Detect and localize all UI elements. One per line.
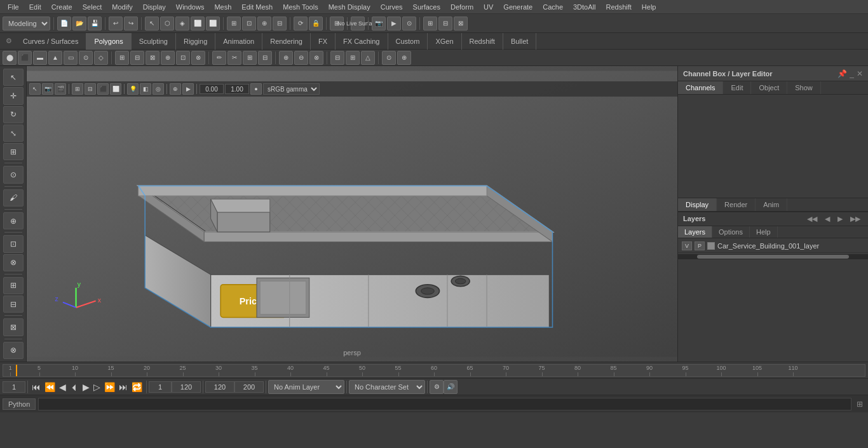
tab-bullet[interactable]: Bullet xyxy=(503,33,537,50)
step-fwd-btn[interactable]: ▷ xyxy=(92,382,102,392)
cone-btn[interactable]: ▲ xyxy=(48,51,62,65)
vp-playblast-btn[interactable]: ▶ xyxy=(182,83,194,95)
timeline-ruler[interactable]: 1510152025303540455055606570758085909510… xyxy=(3,364,865,377)
triangulate-btn[interactable]: △ xyxy=(361,51,375,65)
menu-edit-mesh[interactable]: Edit Mesh xyxy=(236,2,278,12)
rp-tab-edit[interactable]: Edit xyxy=(723,81,751,94)
boolean-btn[interactable]: ⊗ xyxy=(309,51,323,65)
layout2-button[interactable]: ⊟ xyxy=(438,17,452,31)
scale-tool[interactable]: ⤡ xyxy=(3,125,24,142)
menu-3dtall[interactable]: 3DtoAll xyxy=(568,2,600,12)
vp-grid-btn[interactable]: ⊞ xyxy=(72,83,83,95)
anim-layer-selector[interactable]: No Anim Layer xyxy=(268,380,344,394)
vp-select-btn[interactable]: ↖ xyxy=(29,83,41,95)
ipr-button[interactable]: ⊙ xyxy=(402,17,416,31)
layers-scrollbar[interactable] xyxy=(678,254,868,259)
python-label[interactable]: Python xyxy=(3,398,36,410)
range-end-input[interactable] xyxy=(172,381,201,393)
paint-skin-btn[interactable]: ⊙ xyxy=(382,51,396,65)
insert-loop-btn[interactable]: ⊞ xyxy=(243,51,257,65)
make-live-btn[interactable]: ⊡ xyxy=(3,235,24,252)
smooth-btn[interactable]: ⊞ xyxy=(346,51,360,65)
new-file-button[interactable]: 📄 xyxy=(57,17,71,31)
vp-camera-btn[interactable]: 📷 xyxy=(42,83,53,95)
show-manipulator-btn[interactable]: ⊕ xyxy=(3,212,24,229)
rp-tab-object[interactable]: Object xyxy=(751,81,787,94)
multi-cut-btn[interactable]: ⊟ xyxy=(258,51,272,65)
loop-btn[interactable]: 🔁 xyxy=(130,382,144,392)
history-button[interactable]: ⟳ xyxy=(294,17,308,31)
merge-btn[interactable]: ⊕ xyxy=(161,51,175,65)
layers-end-btn[interactable]: ▶▶ xyxy=(848,215,863,223)
open-file-button[interactable]: 📂 xyxy=(72,17,86,31)
redo-button[interactable]: ↪ xyxy=(124,17,138,31)
add-btn[interactable]: ⊞ xyxy=(3,277,24,294)
tab-polygons[interactable]: Polygons xyxy=(86,33,131,50)
cut-btn[interactable]: ✂ xyxy=(227,51,241,65)
rp-pin-button[interactable]: 📌 xyxy=(837,69,847,78)
vp-shade2-btn[interactable]: ⬜ xyxy=(110,83,121,95)
pb-audio-btn[interactable]: 🔊 xyxy=(444,380,458,394)
anim-max-input[interactable] xyxy=(234,381,264,393)
layers-back-btn[interactable]: ◀ xyxy=(822,215,832,223)
timeline-playhead[interactable] xyxy=(16,365,17,376)
menu-windows[interactable]: Windows xyxy=(171,2,210,12)
pen-tool-btn[interactable]: ✏ xyxy=(212,51,226,65)
menu-select[interactable]: Select xyxy=(78,2,107,12)
rp-render-tab[interactable]: Render xyxy=(717,198,756,211)
layout-button[interactable]: ⊞ xyxy=(423,17,437,31)
cube-btn[interactable]: ⬛ xyxy=(18,51,32,65)
snap-view-button[interactable]: ⊟ xyxy=(273,17,287,31)
sheaf-btn[interactable]: ⊗ xyxy=(3,342,24,359)
rp-tab-show[interactable]: Show xyxy=(787,81,821,94)
rp-close-button[interactable]: ✕ xyxy=(857,69,863,78)
torus-btn[interactable]: ⊙ xyxy=(79,51,93,65)
menu-mesh-tools[interactable]: Mesh Tools xyxy=(278,2,323,12)
menu-edit[interactable]: Edit xyxy=(24,2,46,12)
sphere-btn[interactable]: ⬤ xyxy=(3,51,17,65)
snap-point-button[interactable]: ⊕ xyxy=(257,17,271,31)
universal-tool[interactable]: ⊞ xyxy=(3,143,24,160)
tab-redshift[interactable]: Redshift xyxy=(462,33,503,50)
workspace-selector[interactable]: Modeling xyxy=(3,17,50,31)
save-file-button[interactable]: 💾 xyxy=(88,17,102,31)
tab-curves-surfaces[interactable]: Curves / Surfaces xyxy=(15,33,86,50)
combine-btn[interactable]: ⊕ xyxy=(279,51,293,65)
paint-effects-btn[interactable]: 🖌 xyxy=(3,189,24,207)
char-set-selector[interactable]: No Character Set xyxy=(349,380,425,394)
snap-grid-button[interactable]: ⊞ xyxy=(227,17,241,31)
menu-help[interactable]: Help xyxy=(637,2,661,12)
color-space-selector[interactable]: sRGB gamma xyxy=(263,83,320,95)
play-back-btn[interactable]: ⏴ xyxy=(68,382,81,392)
tab-sculpting[interactable]: Sculpting xyxy=(132,33,176,50)
layers-scrollbar-thumb[interactable] xyxy=(697,255,849,259)
tab-xgen[interactable]: XGen xyxy=(428,33,461,50)
l-tab-options[interactable]: Options xyxy=(712,226,750,238)
platonic-btn[interactable]: ◇ xyxy=(94,51,108,65)
lasso-select-button[interactable]: ⬡ xyxy=(160,17,174,31)
obj-select-button[interactable]: ⬜ xyxy=(191,17,205,31)
vp-isolate-btn[interactable]: ⊕ xyxy=(170,83,181,95)
select-mode-button[interactable]: ↖ xyxy=(145,17,159,31)
vp-film-btn[interactable]: 🎬 xyxy=(55,83,66,95)
rp-tab-channels[interactable]: Channels xyxy=(678,81,723,94)
rp-minimize-button[interactable]: _ xyxy=(850,69,854,78)
gamma-input[interactable] xyxy=(200,84,224,94)
vp-shadow-btn[interactable]: ◧ xyxy=(140,83,151,95)
bridge-btn[interactable]: ⊟ xyxy=(130,51,144,65)
soft-select-btn[interactable]: ⊙ xyxy=(3,166,24,183)
menu-create[interactable]: Create xyxy=(46,2,78,12)
tab-animation[interactable]: Animation xyxy=(215,33,262,50)
target-weld-btn[interactable]: ⊗ xyxy=(191,51,205,65)
render-button[interactable]: ▶ xyxy=(387,17,401,31)
pb-settings-btn[interactable]: ⚙ xyxy=(430,380,444,394)
separate-btn[interactable]: ⊖ xyxy=(294,51,308,65)
plane-btn[interactable]: ▭ xyxy=(64,51,78,65)
weld-btn[interactable]: ⊡ xyxy=(176,51,190,65)
menu-curves[interactable]: Curves xyxy=(376,2,408,12)
vp-wire-btn[interactable]: ⊟ xyxy=(85,83,96,95)
current-frame-display[interactable] xyxy=(3,381,25,393)
menu-mesh[interactable]: Mesh xyxy=(209,2,236,12)
l-tab-layers[interactable]: Layers xyxy=(678,226,712,238)
go-to-start-btn[interactable]: ⏮ xyxy=(30,382,43,392)
